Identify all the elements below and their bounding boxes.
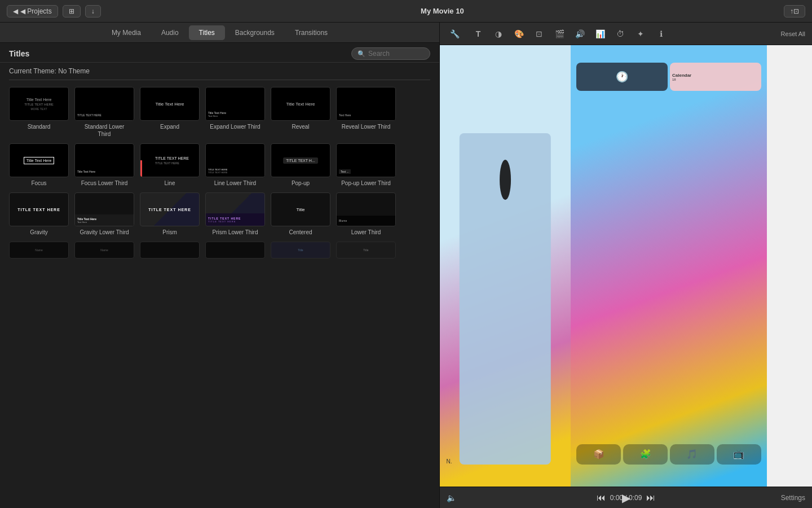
projects-button[interactable]: ◀ ◀ Projects	[7, 5, 58, 17]
color-tool-button[interactable]: 🎨	[511, 26, 527, 42]
info-tool-button[interactable]: ℹ	[653, 26, 669, 42]
current-theme: Current Theme: No Theme	[0, 63, 439, 77]
title-item-reveal[interactable]: Title Text Here Reveal	[271, 87, 330, 138]
titles-grid: Title Text Here TITLE TEXT HERE MORE TEX…	[0, 82, 439, 508]
timecode: 0:00 / 0:09	[610, 494, 642, 502]
title-name-prism-lower: Prism Lower Third	[205, 229, 265, 236]
titles-row-4: Name Name Title	[9, 242, 430, 259]
title-name-expand-lower: Expand Lower Third	[205, 123, 265, 130]
title-thumb-popup: TITLE TEXT H...	[271, 143, 330, 177]
title-item-line-lower[interactable]: TITLE TEXT HERE TITLE TEXT HERE Line Low…	[205, 143, 265, 187]
title-name-line-lower: Line Lower Third	[205, 179, 265, 187]
preview-area: N. 🕐 Calendar 18	[440, 45, 812, 487]
skip-forward-button[interactable]: ⏭	[643, 490, 659, 506]
preview-image-center: 🕐 Calendar 18 📦 🧩 🎵 📺	[571, 45, 767, 487]
preview-images: N. 🕐 Calendar 18	[440, 45, 812, 487]
title-item-standard-lower[interactable]: TITLE TEXT HERE Standard LowerThird	[74, 87, 134, 138]
title-item-focus[interactable]: Title Text Here Focus	[9, 143, 69, 187]
title-thumb-reveal-lower: Text Here	[336, 87, 396, 121]
toolbar-tools: 🔧 T ◑ 🎨 ⊡ 🎬 🔊 📊 ⏱ ✦ ℹ	[447, 26, 669, 42]
title-item-popup[interactable]: TITLE TEXT H... Pop-up	[271, 143, 330, 187]
filter-tool-button[interactable]: ✦	[633, 26, 648, 42]
title-item-centered[interactable]: Title Centered	[271, 192, 330, 236]
settings-button[interactable]: Settings	[781, 494, 805, 502]
title-item-lower-third[interactable]: Blume Lower Third	[336, 192, 396, 236]
title-thumb-line-lower: TITLE TEXT HERE TITLE TEXT HERE	[205, 143, 265, 177]
chart-tool-button[interactable]: 📊	[592, 26, 608, 42]
tab-transitions[interactable]: Transitions	[285, 25, 338, 40]
titles-row-3: TITLE TEXT HERE Gravity Title Text Here …	[9, 192, 430, 236]
title-name-popup: Pop-up	[271, 179, 330, 187]
left-panel: My Media Audio Titles Backgrounds Transi…	[0, 23, 440, 508]
title-thumb-line: TITLE TEXT HERE TITLE TEXT HERE	[140, 143, 200, 177]
title-thumb-centered: Title	[271, 192, 330, 226]
titles-row-2: Title Text Here Focus Title Text Here Fo…	[9, 143, 430, 187]
title-name-gravity: Gravity	[9, 229, 69, 236]
tab-backgrounds[interactable]: Backgrounds	[225, 25, 285, 40]
title-thumb-expand-lower: Title Text Here Text Here	[205, 87, 265, 121]
volume-icon: 🔈	[447, 493, 456, 502]
search-box[interactable]: 🔍	[351, 47, 430, 60]
titles-header: Titles 🔍	[0, 43, 439, 63]
speed-tool-button[interactable]: ⏱	[612, 26, 628, 42]
title-item-popup-lower[interactable]: Text ... Pop-up Lower Third	[336, 143, 396, 187]
title-name-prism: Prism	[140, 229, 200, 236]
toolbar: 🔧 T ◑ 🎨 ⊡ 🎬 🔊 📊 ⏱ ✦ ℹ Reset All	[440, 23, 812, 45]
nav-tabs: My Media Audio Titles Backgrounds Transi…	[0, 23, 439, 43]
title-name-line: Line	[140, 179, 200, 187]
wrench-tool-button[interactable]: 🔧	[447, 26, 462, 42]
share-icon: ↑⊡	[790, 7, 799, 15]
title-item-line[interactable]: TITLE TEXT HERE TITLE TEXT HERE Line	[140, 143, 200, 187]
title-item-expand[interactable]: Title Text Here Expand	[140, 87, 200, 138]
layout-icon: ⊞	[69, 7, 74, 15]
camera-tool-button[interactable]: 🎬	[551, 26, 567, 42]
title-thumb-gravity-lower: Title Text Here Text Here	[74, 192, 134, 226]
download-button[interactable]: ↓	[85, 5, 101, 17]
title-item-gravity-lower[interactable]: Title Text Here Text Here Gravity Lower …	[74, 192, 134, 236]
title-name-standard-lower: Standard LowerThird	[74, 123, 134, 138]
title-thumb-popup-lower: Text ...	[336, 143, 396, 177]
title-item-prism-lower[interactable]: TITLE TEXT HERE TITLE TEXT HERE Prism Lo…	[205, 192, 265, 236]
title-item-standard[interactable]: Title Text Here TITLE TEXT HERE MORE TEX…	[9, 87, 69, 138]
audio-tool-button[interactable]: 🔊	[572, 26, 588, 42]
skip-back-button[interactable]: ⏮	[593, 490, 609, 506]
title-name-popup-lower: Pop-up Lower Third	[336, 179, 396, 187]
title-item-extra-2[interactable]: Name	[74, 242, 134, 259]
title-item-prism[interactable]: TITLE TEXT HERE Prism	[140, 192, 200, 236]
text-tool-button[interactable]: T	[470, 26, 486, 42]
share-button[interactable]: ↑⊡	[784, 5, 805, 17]
theme-divider	[9, 80, 430, 80]
tab-titles[interactable]: Titles	[189, 25, 225, 40]
title-item-extra-3[interactable]	[140, 242, 200, 259]
reset-all-button[interactable]: Reset All	[781, 30, 805, 37]
titles-heading: Titles	[9, 49, 29, 58]
tab-my-media[interactable]: My Media	[102, 25, 151, 40]
title-thumb-expand: Title Text Here	[140, 87, 200, 121]
title-name-focus-lower: Focus Lower Third	[74, 179, 134, 187]
title-item-focus-lower[interactable]: Title Text Here Focus Lower Third	[74, 143, 134, 187]
title-item-extra-6[interactable]: Title	[336, 242, 396, 259]
title-item-extra-4[interactable]	[205, 242, 265, 259]
titles-row-1: Title Text Here TITLE TEXT HERE MORE TEX…	[9, 87, 430, 138]
title-item-extra-5[interactable]: Title	[271, 242, 330, 259]
title-thumb-gravity: TITLE TEXT HERE	[9, 192, 69, 226]
preview-image-left: N.	[440, 45, 571, 487]
title-thumb-extra-5: Title	[271, 242, 330, 259]
title-name-standard: Standard	[9, 123, 69, 130]
title-thumb-extra-6: Title	[336, 242, 396, 259]
title-item-extra-1[interactable]: Name	[9, 242, 69, 259]
crop-tool-button[interactable]: ⊡	[531, 26, 547, 42]
title-item-gravity[interactable]: TITLE TEXT HERE Gravity	[9, 192, 69, 236]
title-item-expand-lower[interactable]: Title Text Here Text Here Expand Lower T…	[205, 87, 265, 138]
title-name-gravity-lower: Gravity Lower Third	[74, 229, 134, 236]
title-name-expand: Expand	[140, 123, 200, 130]
title-thumb-focus: Title Text Here	[9, 143, 69, 177]
search-input[interactable]	[368, 50, 424, 58]
tab-audio[interactable]: Audio	[151, 25, 189, 40]
title-item-reveal-lower[interactable]: Text Here Reveal Lower Third	[336, 87, 396, 138]
clip-tool-button[interactable]: ◑	[491, 26, 506, 42]
layout-toggle-button[interactable]: ⊞	[63, 5, 81, 17]
title-thumb-standard: Title Text Here TITLE TEXT HERE MORE TEX…	[9, 87, 69, 121]
title-thumb-standard-lower: TITLE TEXT HERE	[74, 87, 134, 121]
title-thumb-extra-4	[205, 242, 265, 259]
